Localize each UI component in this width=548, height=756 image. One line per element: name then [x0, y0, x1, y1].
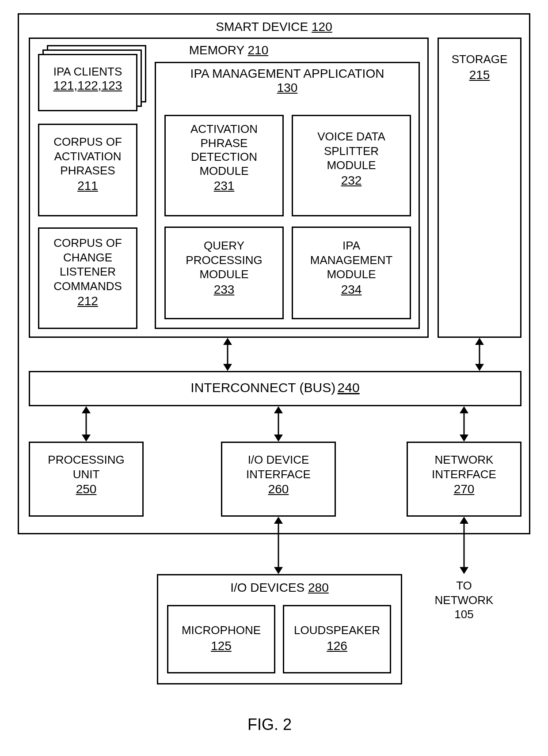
- arrow-neti-out: [460, 517, 468, 574]
- iodev-title: I/O DEVICES 280: [158, 575, 401, 595]
- bus-ref: 240: [338, 380, 360, 395]
- ipa-clients-ref: 121,122,123: [39, 79, 136, 93]
- spk-ref: 126: [284, 638, 390, 654]
- arrow-iodi-bus: [274, 406, 283, 442]
- corpus-activation-l2: ACTIVATION: [39, 149, 136, 164]
- neti-box: NETWORK INTERFACE 270: [407, 442, 521, 517]
- mic-ref: 125: [168, 638, 274, 654]
- ipa-mgmt-app-ref: 130: [156, 81, 419, 95]
- qpm-ref: 233: [166, 282, 282, 297]
- ipa-clients-label: IPA CLIENTS: [39, 65, 136, 79]
- neti-l2: INTERFACE: [408, 467, 520, 482]
- corpus-activation-box: CORPUS OF ACTIVATION PHRASES 211: [38, 124, 137, 216]
- cpu-l1: PROCESSING: [30, 453, 142, 467]
- memory-label: MEMORY: [189, 43, 244, 57]
- qpm-l3: MODULE: [166, 267, 282, 282]
- iodi-l2: INTERFACE: [222, 467, 335, 482]
- cpu-box: PROCESSING UNIT 250: [29, 442, 144, 517]
- corpus-change-box: CORPUS OF CHANGE LISTENER COMMANDS 212: [38, 227, 137, 329]
- ipa-mgmt-app-title: IPA MANAGEMENT APPLICATION 130: [156, 63, 419, 95]
- vdsm-l1: VOICE DATA: [293, 129, 410, 144]
- corpus-change-ref: 212: [39, 293, 136, 309]
- ipa-clients-box: IPA CLIENTS 121,122,123: [38, 54, 137, 111]
- qpm-l2: PROCESSING: [166, 253, 282, 268]
- corpus-activation-ref: 211: [39, 178, 136, 193]
- storage-box: STORAGE 215: [438, 38, 521, 338]
- corpus-change-l1: CORPUS OF: [39, 236, 136, 250]
- iodi-ref: 260: [222, 481, 335, 497]
- iodi-l1: I/O DEVICE: [222, 453, 335, 467]
- imm-l3: MODULE: [293, 267, 410, 282]
- corpus-activation-l1: CORPUS OF: [39, 135, 136, 149]
- bus-label: INTERCONNECT (BUS): [190, 380, 335, 395]
- qpm-l1: QUERY: [166, 238, 282, 253]
- spk-label: LOUDSPEAKER: [284, 623, 390, 638]
- iodev-label: I/O DEVICES: [230, 581, 304, 594]
- vdsm-l2: SPLITTER: [293, 144, 410, 159]
- bus-box: INTERCONNECT (BUS) 240: [29, 371, 521, 406]
- mic-box: MICROPHONE 125: [167, 605, 275, 673]
- apdm-l3: DETECTION: [166, 150, 282, 164]
- smart-device-ref: 120: [312, 20, 332, 34]
- corpus-activation-l3: PHRASES: [39, 163, 136, 178]
- qpm-box: QUERY PROCESSING MODULE 233: [164, 227, 284, 319]
- figure-caption: FIG. 2: [247, 715, 292, 734]
- smart-device-title: SMART DEVICE 120: [19, 15, 529, 34]
- storage-label: STORAGE: [439, 52, 520, 67]
- apdm-l2: PHRASE: [166, 136, 282, 151]
- imm-box: IPA MANAGEMENT MODULE 234: [292, 227, 411, 319]
- neti-ref: 270: [408, 481, 520, 497]
- to-network-l2: NETWORK: [424, 593, 504, 608]
- arrow-storage-bus: [475, 338, 484, 371]
- imm-ref: 234: [293, 282, 410, 297]
- iodi-box: I/O DEVICE INTERFACE 260: [221, 442, 336, 517]
- vdsm-l3: MODULE: [293, 158, 410, 173]
- to-network-l3: 105: [424, 607, 504, 622]
- arrow-neti-bus: [460, 406, 468, 442]
- ipa-mgmt-app-label: IPA MANAGEMENT APPLICATION: [156, 67, 419, 81]
- corpus-change-l4: COMMANDS: [39, 279, 136, 294]
- imm-l2: MANAGEMENT: [293, 253, 410, 268]
- arrow-iodi-iodev: [274, 517, 283, 574]
- arrow-memory-bus: [223, 338, 232, 371]
- mic-label: MICROPHONE: [168, 623, 274, 638]
- imm-l1: IPA: [293, 238, 410, 253]
- memory-ref: 210: [248, 43, 269, 57]
- apdm-l4: MODULE: [166, 164, 282, 178]
- to-network-l1: TO: [424, 578, 504, 593]
- iodev-ref: 280: [308, 581, 329, 594]
- corpus-change-l2: CHANGE: [39, 250, 136, 265]
- apdm-ref: 231: [166, 178, 282, 193]
- storage-ref: 215: [439, 67, 520, 83]
- apdm-box: ACTIVATION PHRASE DETECTION MODULE 231: [164, 115, 284, 216]
- to-network-text: TO NETWORK 105: [424, 578, 504, 622]
- apdm-l1: ACTIVATION: [166, 122, 282, 136]
- cpu-ref: 250: [30, 481, 142, 497]
- neti-l1: NETWORK: [408, 453, 520, 467]
- smart-device-label: SMART DEVICE: [216, 20, 308, 34]
- cpu-l2: UNIT: [30, 467, 142, 482]
- vdsm-box: VOICE DATA SPLITTER MODULE 232: [292, 115, 411, 216]
- corpus-change-l3: LISTENER: [39, 265, 136, 279]
- spk-box: LOUDSPEAKER 126: [283, 605, 391, 673]
- arrow-cpu-bus: [82, 406, 91, 442]
- vdsm-ref: 232: [293, 173, 410, 188]
